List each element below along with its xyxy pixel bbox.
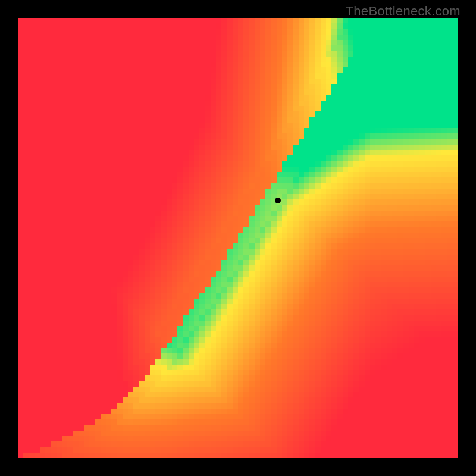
crosshair-vertical bbox=[278, 18, 278, 458]
selection-marker bbox=[275, 198, 281, 203]
watermark-text: TheBottleneck.com bbox=[346, 4, 461, 19]
chart-stage: TheBottleneck.com bbox=[0, 0, 476, 476]
crosshair-horizontal bbox=[18, 201, 458, 201]
bottleneck-heatmap bbox=[18, 18, 458, 458]
